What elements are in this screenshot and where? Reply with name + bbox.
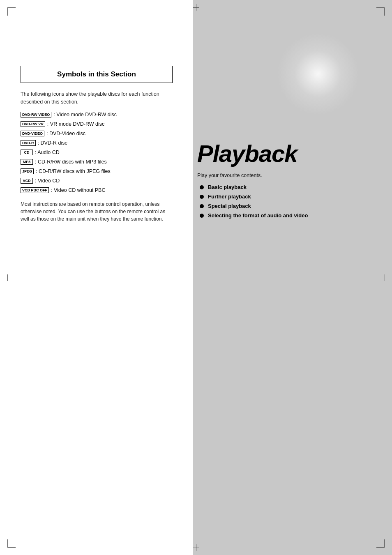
playback-items-list: Basic playbackFurther playbackSpecial pl…: [200, 184, 308, 222]
disc-label: VCD: [21, 178, 33, 184]
disc-item: MP3: CD-R/RW discs with MP3 files: [21, 159, 173, 165]
disc-item: CD: Audio CD: [21, 150, 173, 155]
corner-mark-tr: [376, 7, 385, 16]
corner-mark-bl: [7, 539, 16, 548]
center-mark-bottom: [193, 544, 199, 551]
disc-desc: : CD-R/RW discs with JPEG files: [36, 168, 111, 174]
footer-text: Most instructions are based on remote co…: [21, 200, 173, 223]
center-mark-right: [381, 274, 388, 281]
playback-subtitle: Play your favourite contents.: [197, 173, 262, 178]
playback-item: Basic playback: [200, 184, 308, 190]
disc-label: DVD-R: [21, 140, 36, 146]
left-panel: Symbols in this Section The following ic…: [0, 0, 193, 555]
playback-item-text: Further playback: [208, 193, 251, 200]
right-panel: [193, 0, 392, 555]
disc-item: VCD PBC OFF: Video CD without PBC: [21, 187, 173, 193]
bullet-dot: [200, 214, 204, 218]
playback-item-text: Basic playback: [208, 184, 247, 190]
disc-label: DVD-RW VR: [21, 121, 45, 127]
center-mark-top: [193, 4, 199, 11]
intro-text: The following icons show the playable di…: [21, 90, 173, 106]
disc-label: CD: [21, 150, 33, 155]
disc-desc: : Video CD: [35, 178, 60, 184]
playback-item: Further playback: [200, 193, 308, 200]
playback-item: Special playback: [200, 203, 308, 209]
bullet-dot: [200, 185, 204, 189]
symbols-title: Symbols in this Section: [57, 70, 136, 78]
page-container: Symbols in this Section The following ic…: [0, 0, 392, 555]
corner-mark-tl: [7, 7, 16, 16]
playback-item: Selecting the format of audio and video: [200, 212, 308, 219]
playback-item-text: Special playback: [208, 203, 251, 209]
disc-item: DVD-RW VIDEO: Video mode DVD-RW disc: [21, 112, 173, 117]
corner-mark-br: [376, 539, 385, 548]
disc-desc: : CD-R/RW discs with MP3 files: [35, 159, 107, 165]
disc-item: JPEG: CD-R/RW discs with JPEG files: [21, 168, 173, 174]
disc-item: DVD-VIDEO: DVD-Video disc: [21, 131, 173, 136]
disc-desc: : DVD-R disc: [38, 140, 67, 146]
disc-desc: : Video mode DVD-RW disc: [53, 112, 117, 117]
center-mark-left: [4, 274, 11, 281]
playback-title: Playback: [197, 140, 297, 167]
disc-label: DVD-VIDEO: [21, 131, 44, 136]
disc-item: DVD-R: DVD-R disc: [21, 140, 173, 146]
disc-desc: : Audio CD: [35, 150, 60, 155]
disc-item: DVD-RW VR: VR mode DVD-RW disc: [21, 121, 173, 127]
disc-desc: : VR mode DVD-RW disc: [47, 121, 104, 127]
disc-desc: : DVD-Video disc: [46, 131, 85, 136]
glow-circle: [277, 33, 359, 115]
disc-item: VCD: Video CD: [21, 178, 173, 184]
disc-label: VCD PBC OFF: [21, 187, 49, 193]
disc-desc: : Video CD without PBC: [51, 187, 105, 193]
disc-label: MP3: [21, 159, 33, 165]
playback-item-text: Selecting the format of audio and video: [208, 212, 308, 219]
bullet-dot: [200, 195, 204, 199]
disc-label: DVD-RW VIDEO: [21, 112, 51, 117]
symbols-box: Symbols in this Section: [21, 66, 173, 83]
disc-items-list: DVD-RW VIDEO: Video mode DVD-RW discDVD-…: [21, 112, 173, 193]
bullet-dot: [200, 204, 204, 208]
disc-label: JPEG: [21, 168, 34, 174]
